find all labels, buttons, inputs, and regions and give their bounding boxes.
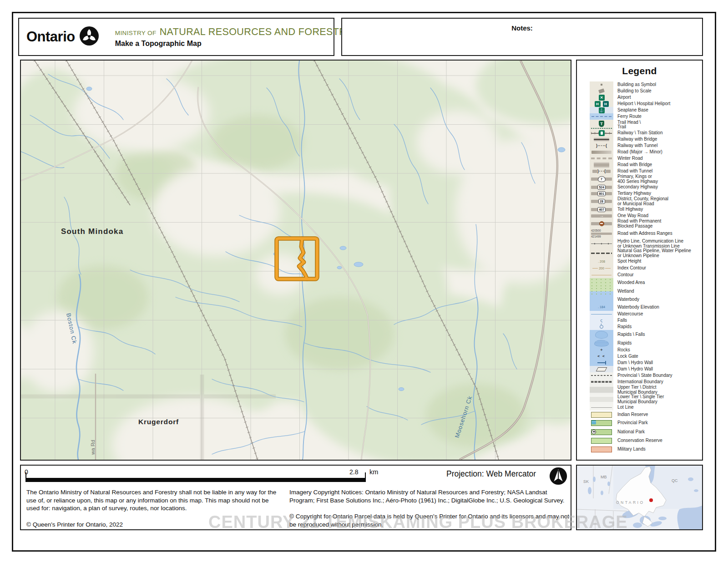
legend-item: Rapids <box>590 324 700 330</box>
legend-item-label: Rocks <box>617 348 630 353</box>
legend-item-label: Falls <box>617 318 627 323</box>
legend-item-label: Natural Gas Pipeline, Water Pipeline or … <box>617 249 691 258</box>
legend-item: 200Index Contour <box>590 265 700 272</box>
hwy-toll-symbol: 407 <box>590 206 613 213</box>
topographic-map: South Mindoka Krugerdorf Boston Ck Moose… <box>21 61 571 460</box>
legend-item: Upper Tier \ District Municipal Boundary <box>590 385 700 395</box>
legend-item: Waterbody <box>590 296 700 304</box>
rapids-lg-symbol <box>590 340 613 347</box>
legend-title: Legend <box>577 66 702 76</box>
map-label-wa-rd: wa Rd <box>90 440 96 455</box>
legend-item-label: National Park <box>617 430 645 435</box>
rail-tunnel-symbol: )( <box>590 142 613 149</box>
legend-item-label: Road with Address Ranges <box>617 231 672 236</box>
legend-item: International Boundary <box>590 379 700 385</box>
inset-label-mb: MB <box>601 475 607 479</box>
map-label-krugerdorf: Krugerdorf <box>138 418 179 426</box>
legend-item-label: Secondary Highway <box>617 185 658 190</box>
legend-item-label: Military Lands <box>617 447 646 452</box>
legend-item: 407Toll Highway <box>590 206 700 213</box>
legend-item: Rapids \ Falls <box>590 330 700 340</box>
scalebar-end: 2.8 <box>349 468 358 476</box>
legend-item: Winter Road <box>590 155 700 162</box>
lockgate-symbol: < < <box>590 353 613 360</box>
dam2-symbol <box>590 366 613 372</box>
header: Ontario MINISTRY OF NATURAL RESOURCES AN… <box>18 18 334 56</box>
legend-item-label: District, County, Regional or Municipal … <box>617 197 668 206</box>
legend-item-label: Hydro Line, Communication Line or Unknow… <box>617 239 683 249</box>
legend-item-label: Railway \ Train Station <box>617 131 663 136</box>
hwy-tertiary-symbol: 801 <box>590 190 613 197</box>
seaplane-symbol: ⚓ <box>590 107 613 113</box>
legend-item: Wetland <box>590 287 700 296</box>
rapids-sm-symbol <box>590 324 613 330</box>
legend-item: Dam \ Hydro Wall <box>590 366 700 372</box>
map-label-south-mindoka: South Mindoka <box>61 227 123 236</box>
spot-symbol: . 208 <box>590 258 613 265</box>
oneway-symbol: → <box>590 213 613 219</box>
waterbody-symbol <box>590 296 613 304</box>
legend-item: TTrail Head \ Trail <box>590 120 700 130</box>
pipeline-symbol <box>590 249 613 258</box>
airport-symbol: ✕ <box>590 94 613 101</box>
legend-item: Watercourse <box>590 311 700 317</box>
legend-item-label: Provincial Park <box>617 421 648 426</box>
dam1-symbol <box>590 360 613 366</box>
legend-item: Rapids <box>590 340 700 347</box>
legend-item: Building to Scale <box>590 88 700 94</box>
legend-item: →One Way Road <box>590 213 700 219</box>
upper-bound-symbol <box>590 385 613 395</box>
wooded-symbol <box>590 278 613 287</box>
legend-item-label: Railway with Bridge <box>617 137 657 142</box>
legend-item-label: Lock Gate <box>617 354 638 359</box>
legend-item: 524Secondary Highway <box>590 184 700 190</box>
road-major-symbol <box>590 149 613 155</box>
legend-item-label: Upper Tier \ District Municipal Boundary <box>617 385 657 395</box>
hwy-primary-symbol: 7 <box>590 174 613 184</box>
legend-item: +Rocks <box>590 347 700 353</box>
legend-item-label: Trail Head \ Trail <box>617 120 641 130</box>
north-arrow-icon <box>549 467 568 487</box>
legend-item: Road with Bridge <box>590 162 700 168</box>
legend-item-label: One Way Road <box>617 213 648 218</box>
hwy-district-symbol: 28 <box>590 197 613 206</box>
bldg-sym-symbol <box>590 81 613 88</box>
brokerage-watermark: CENTURY 21 TEMISKAMING PLUS BROKERAGE <box>208 512 628 532</box>
legend-item: Lot Line <box>590 404 700 411</box>
legend-item-label: Waterbody <box>617 297 639 302</box>
watercourse-symbol <box>590 311 613 317</box>
ministry-title-block: MINISTRY OF NATURAL RESOURCES AND FOREST… <box>115 26 353 48</box>
map-panel: South Mindoka Krugerdorf Boston Ck Moose… <box>20 60 571 461</box>
legend-item: Road (Major → Minor) <box>590 149 700 155</box>
legend-item: Military Lands <box>590 445 700 453</box>
legend-item-label: Rapids <box>617 341 632 346</box>
legend-item-label: Building as Symbol <box>617 82 656 87</box>
wetland-symbol <box>590 287 613 296</box>
indian-reserve-symbol <box>590 411 613 419</box>
intl-bound-symbol <box>590 379 613 385</box>
legend-item-label: Dam \ Hydro Wall <box>617 367 653 372</box>
legend-item: National Park <box>590 427 700 436</box>
lower-bound-symbol <box>590 395 613 404</box>
legend-item-label: Road with Permanent Blocked Passage <box>617 219 661 228</box>
legend-item: HHHeliport \ Hospital Heliport <box>590 101 700 107</box>
topographic-map-sheet: Ontario MINISTRY OF NATURAL RESOURCES AN… <box>0 0 728 563</box>
bldg-scale-symbol <box>590 88 613 94</box>
legend-item: Hydro Line, Communication Line or Unknow… <box>590 239 700 249</box>
legend-item-label: Seaplane Base <box>617 108 648 113</box>
road-tunnel-symbol: )( <box>590 168 613 174</box>
legend-item-label: Building to Scale <box>617 89 652 94</box>
legend-item: Building as Symbol <box>590 81 700 88</box>
projection-label: Projection: Web Mercator <box>446 469 536 479</box>
military-symbol <box>590 445 613 453</box>
legend-panel: Legend Building as SymbolBuilding to Sca… <box>576 60 703 461</box>
legend-item: 420500421499Road with Address Ranges <box>590 228 700 239</box>
legend-item-label: Road with Bridge <box>617 162 652 167</box>
legend-item: ⚓Seaplane Base <box>590 107 700 113</box>
legend-item: . 208Spot Height <box>590 258 700 265</box>
ministry-name: NATURAL RESOURCES AND FORESTRY <box>160 26 353 38</box>
prov-park-symbol <box>590 419 613 427</box>
legend-item: Railway with Bridge <box>590 136 700 142</box>
legend-item: Indian Reserve <box>590 411 700 419</box>
legend-item: ςFalls <box>590 317 700 324</box>
